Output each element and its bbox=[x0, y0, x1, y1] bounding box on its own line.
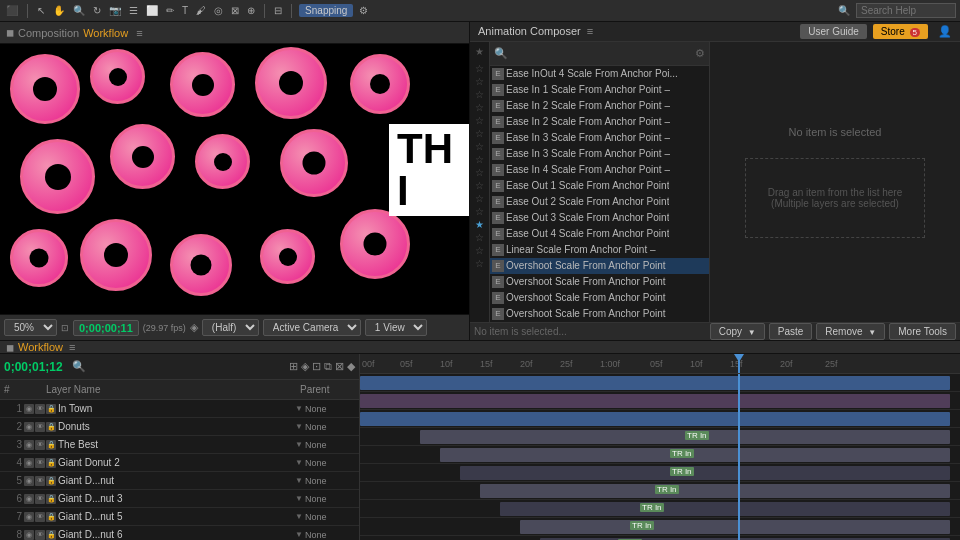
anim-search-input[interactable] bbox=[512, 47, 691, 60]
star-row-14[interactable]: ☆ bbox=[475, 232, 484, 243]
account-icon[interactable]: 👤 bbox=[938, 25, 952, 38]
store-button[interactable]: Store 5 bbox=[873, 24, 928, 39]
layer-solo-icon[interactable]: ◉ bbox=[24, 440, 34, 450]
layer-expand-icon[interactable]: ▼ bbox=[295, 440, 303, 449]
layer-expand-icon[interactable]: ▼ bbox=[295, 530, 303, 539]
brush-tool-icon[interactable]: 🖌 bbox=[194, 5, 208, 16]
anim-list-item-6[interactable]: E Ease In 3 Scale From Anchor Point – bbox=[490, 146, 709, 162]
layer-expand-icon[interactable]: ▼ bbox=[295, 422, 303, 431]
align-icon[interactable]: ⊟ bbox=[272, 5, 284, 16]
layer-solo-icon[interactable]: ◉ bbox=[24, 494, 34, 504]
layer-ctrl-icon6[interactable]: ◆ bbox=[347, 360, 355, 373]
layer-solo-icon[interactable]: ◉ bbox=[24, 422, 34, 432]
star-row-11[interactable]: ☆ bbox=[475, 193, 484, 204]
star-row-9[interactable]: ☆ bbox=[475, 167, 484, 178]
star-row-8[interactable]: ☆ bbox=[475, 154, 484, 165]
layer-lock-icon[interactable]: 🔒 bbox=[46, 512, 56, 522]
layer-expand-icon[interactable]: ▼ bbox=[295, 476, 303, 485]
layer-expand-icon[interactable]: ▼ bbox=[295, 458, 303, 467]
star-row-10[interactable]: ☆ bbox=[475, 180, 484, 191]
layer-expand-icon[interactable]: ▼ bbox=[295, 404, 303, 413]
layer-vis-icon[interactable]: 👁 bbox=[35, 404, 45, 414]
settings-icon[interactable]: ⚙ bbox=[695, 47, 705, 60]
anim-list-item-2[interactable]: E Ease In 1 Scale From Anchor Point – bbox=[490, 82, 709, 98]
comp-menu-icon[interactable]: ≡ bbox=[136, 27, 142, 39]
layer-lock-icon[interactable]: 🔒 bbox=[46, 440, 56, 450]
layer-vis-icon[interactable]: 👁 bbox=[35, 494, 45, 504]
remove-button[interactable]: Remove ▼ bbox=[816, 323, 885, 340]
layer-expand-icon[interactable]: ▼ bbox=[295, 512, 303, 521]
zoom-select[interactable]: 50% bbox=[4, 319, 57, 336]
layer-row-3[interactable]: 3 ◉ 👁 🔒 The Best ▼ None bbox=[0, 436, 359, 454]
star-row-15[interactable]: ☆ bbox=[475, 245, 484, 256]
star-row-5[interactable]: ☆ bbox=[475, 115, 484, 126]
camera-select[interactable]: Active Camera bbox=[263, 319, 361, 336]
anim-list-item-9[interactable]: E Ease Out 2 Scale From Anchor Point bbox=[490, 194, 709, 210]
anim-panel-menu-icon[interactable]: ≡ bbox=[587, 25, 593, 37]
layer-lock-icon[interactable]: 🔒 bbox=[46, 404, 56, 414]
anim-list-item-14[interactable]: E Overshoot Scale From Anchor Point bbox=[490, 274, 709, 290]
layer-lock-icon[interactable]: 🔒 bbox=[46, 494, 56, 504]
layer-solo-icon[interactable]: ◉ bbox=[24, 512, 34, 522]
layer-expand-icon[interactable]: ▼ bbox=[295, 494, 303, 503]
layer-solo-icon[interactable]: ◉ bbox=[24, 476, 34, 486]
star-row-16[interactable]: ☆ bbox=[475, 258, 484, 269]
eraser-tool-icon[interactable]: ⊠ bbox=[229, 5, 241, 16]
user-guide-button[interactable]: User Guide bbox=[800, 24, 867, 39]
star-row-4[interactable]: ☆ bbox=[475, 102, 484, 113]
snapping-button[interactable]: Snapping bbox=[299, 4, 353, 17]
resolution-select[interactable]: (Half) bbox=[202, 319, 259, 336]
layer-solo-icon[interactable]: ◉ bbox=[24, 530, 34, 540]
layer-row-5[interactable]: 5 ◉ 👁 🔒 Giant D...nut ▼ None bbox=[0, 472, 359, 490]
star-row-2[interactable]: ☆ bbox=[475, 76, 484, 87]
anim-list-item-16[interactable]: E Overshoot Scale From Anchor Point bbox=[490, 306, 709, 322]
layer-ctrl-icon3[interactable]: ⊡ bbox=[312, 360, 321, 373]
layer-vis-icon[interactable]: 👁 bbox=[35, 476, 45, 486]
snap-options-icon[interactable]: ⚙ bbox=[357, 5, 370, 16]
layer-ctrl-icon1[interactable]: ⊞ bbox=[289, 360, 298, 373]
view-select[interactable]: 1 View bbox=[365, 319, 427, 336]
more-tools-button[interactable]: More Tools bbox=[889, 323, 956, 340]
layer-solo-icon[interactable]: ◉ bbox=[24, 404, 34, 414]
mask-tool-icon[interactable]: ⬜ bbox=[144, 5, 160, 16]
timeline-menu-icon[interactable]: ≡ bbox=[69, 341, 75, 353]
layer-row-8[interactable]: 8 ◉ 👁 🔒 Giant D...nut 6 ▼ None bbox=[0, 526, 359, 540]
layer-vis-icon[interactable]: 👁 bbox=[35, 440, 45, 450]
anim-list-item-8[interactable]: E Ease Out 1 Scale From Anchor Point bbox=[490, 178, 709, 194]
star-row-7[interactable]: ☆ bbox=[475, 141, 484, 152]
camera-tool-icon[interactable]: 📷 bbox=[107, 5, 123, 16]
stamp-tool-icon[interactable]: ◎ bbox=[212, 5, 225, 16]
layer-row-7[interactable]: 7 ◉ 👁 🔒 Giant D...nut 5 ▼ None bbox=[0, 508, 359, 526]
composition-canvas[interactable]: TH I bbox=[0, 44, 469, 314]
layer-row-6[interactable]: 6 ◉ 👁 🔒 Giant D...nut 3 ▼ None bbox=[0, 490, 359, 508]
layer-vis-icon[interactable]: 👁 bbox=[35, 512, 45, 522]
star-row-13[interactable]: ★ bbox=[475, 219, 484, 230]
paste-button[interactable]: Paste bbox=[769, 323, 813, 340]
anim-list-item-4[interactable]: E Ease In 2 Scale From Anchor Point – bbox=[490, 114, 709, 130]
layer-solo-icon[interactable]: ◉ bbox=[24, 458, 34, 468]
anim-list-item-13[interactable]: E Overshoot Scale From Anchor Point bbox=[490, 258, 709, 274]
layer-lock-icon[interactable]: 🔒 bbox=[46, 458, 56, 468]
layer-ctrl-icon5[interactable]: ⊠ bbox=[335, 360, 344, 373]
layer-lock-icon[interactable]: 🔒 bbox=[46, 476, 56, 486]
copy-button[interactable]: Copy ▼ bbox=[710, 323, 765, 340]
pen-tool-icon[interactable]: ✏ bbox=[164, 5, 176, 16]
layer-ctrl-icon2[interactable]: ◈ bbox=[301, 360, 309, 373]
anim-list-item-15[interactable]: E Overshoot Scale From Anchor Point bbox=[490, 290, 709, 306]
timeline-timecode[interactable]: 0;00;01;12 bbox=[4, 360, 63, 374]
timecode-display[interactable]: 0;00;00;11 bbox=[73, 320, 139, 336]
layer-vis-icon[interactable]: 👁 bbox=[35, 458, 45, 468]
layer-row-4[interactable]: 4 ◉ 👁 🔒 Giant Donut 2 ▼ None bbox=[0, 454, 359, 472]
anim-list-item-12[interactable]: E Linear Scale From Anchor Point – bbox=[490, 242, 709, 258]
layer-lock-icon[interactable]: 🔒 bbox=[46, 530, 56, 540]
search-input[interactable] bbox=[856, 3, 956, 18]
anim-list-item-1[interactable]: E Ease InOut 4 Scale From Anchor Poi... bbox=[490, 66, 709, 82]
layer-ctrl-icon4[interactable]: ⧉ bbox=[324, 360, 332, 373]
move-tool-icon[interactable]: ↖ bbox=[35, 5, 47, 16]
star-row-12[interactable]: ☆ bbox=[475, 206, 484, 217]
drop-zone[interactable]: Drag an item from the list here (Multipl… bbox=[745, 158, 925, 238]
star-row-3[interactable]: ☆ bbox=[475, 89, 484, 100]
pan-tool-icon[interactable]: ☰ bbox=[127, 5, 140, 16]
layer-vis-icon[interactable]: 👁 bbox=[35, 530, 45, 540]
layer-row-2[interactable]: 2 ◉ 👁 🔒 Donuts ▼ None bbox=[0, 418, 359, 436]
